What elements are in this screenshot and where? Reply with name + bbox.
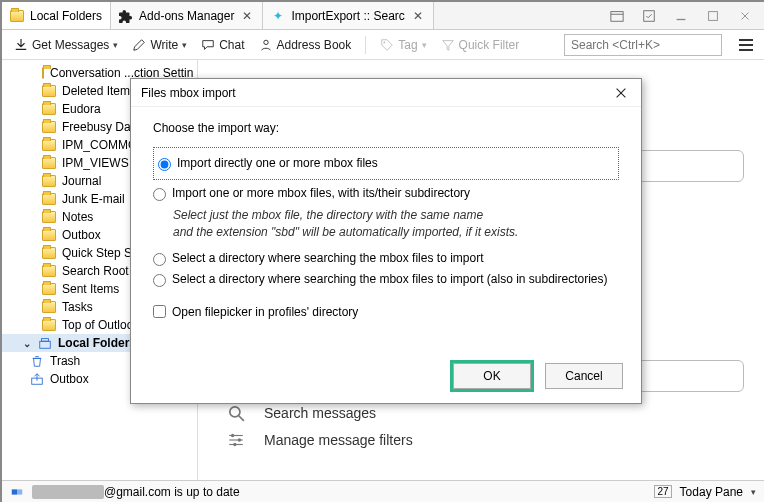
svg-rect-11	[40, 341, 51, 348]
puzzle-icon	[119, 9, 133, 23]
folder-label: Freebusy Data	[62, 120, 141, 134]
dialog-close-button[interactable]	[611, 83, 631, 103]
svg-rect-23	[17, 489, 22, 494]
radio-option-1[interactable]: Import directly one or more mbox files	[153, 147, 619, 180]
tab-label: Add-ons Manager	[139, 9, 234, 23]
folder-icon	[42, 103, 56, 115]
address-book-label: Address Book	[277, 38, 352, 52]
tab-importexport[interactable]: ✦ ImportExport :: Searc ✕	[263, 2, 433, 29]
svg-point-7	[263, 40, 267, 44]
folder-icon	[42, 139, 56, 151]
chat-icon	[201, 38, 215, 52]
folder-label: Notes	[62, 210, 93, 224]
dialog-title-text: Files mbox import	[141, 86, 611, 100]
window-controls	[602, 2, 764, 29]
local-folders-label: Local Folders	[58, 336, 136, 350]
status-text: xxxxxxxxxxxx@gmail.com is up to date	[32, 485, 240, 499]
folder-icon	[42, 85, 56, 97]
address-book-button[interactable]: Address Book	[255, 36, 356, 54]
minimize-icon[interactable]	[666, 6, 696, 26]
tasks-icon[interactable]	[634, 6, 664, 26]
quick-filter-button[interactable]: Quick Filter	[437, 36, 524, 54]
radio-option-2[interactable]: Import one or more mbox files, with its/…	[153, 186, 619, 201]
chat-label: Chat	[219, 38, 244, 52]
svg-rect-4	[709, 11, 718, 20]
tab-addons-manager[interactable]: Add-ons Manager ✕	[111, 2, 263, 29]
folder-label: IPM_VIEWS	[62, 156, 129, 170]
tag-button[interactable]: Tag ▾	[376, 36, 430, 54]
svg-line-15	[238, 415, 244, 421]
cancel-button[interactable]: Cancel	[545, 363, 623, 389]
radio-label: Select a directory where searching the m…	[172, 272, 608, 286]
folder-label: Journal	[62, 174, 101, 188]
folder-icon	[42, 229, 56, 241]
main-toolbar: Get Messages ▾ Write ▾ Chat Address Book…	[2, 30, 764, 60]
folder-label: Tasks	[62, 300, 93, 314]
svg-point-20	[238, 438, 241, 441]
manage-filters-row[interactable]: Manage message filters	[226, 430, 413, 450]
download-icon	[14, 38, 28, 52]
svg-point-8	[384, 41, 386, 43]
import-dialog: Files mbox import Choose the import way:…	[130, 78, 642, 404]
outbox-icon	[30, 372, 44, 386]
close-icon[interactable]: ✕	[240, 9, 254, 23]
profile-dir-checkbox[interactable]	[153, 305, 166, 318]
local-folders-icon	[38, 336, 52, 350]
window-close-icon[interactable]	[730, 6, 760, 26]
outbox-label: Outbox	[50, 372, 89, 386]
filter-icon	[441, 38, 455, 52]
star-icon: ✦	[271, 9, 285, 23]
folder-icon	[42, 121, 56, 133]
titlebar: Local Folders Add-ons Manager ✕ ✦ Import…	[2, 2, 764, 30]
collapse-icon[interactable]: ⌄	[22, 338, 32, 349]
radio-directory[interactable]	[153, 253, 166, 266]
write-button[interactable]: Write ▾	[128, 36, 191, 54]
app-menu-button[interactable]	[736, 39, 756, 51]
pencil-icon	[132, 38, 146, 52]
folder-label: Outbox	[62, 228, 101, 242]
radio-option-3[interactable]: Select a directory where searching the m…	[153, 251, 619, 266]
radio-label: Select a directory where searching the m…	[172, 251, 483, 265]
get-messages-button[interactable]: Get Messages ▾	[10, 36, 122, 54]
checkbox-label: Open filepicker in profiles' directory	[172, 305, 358, 319]
calendar-date-icon[interactable]: 27	[654, 485, 671, 498]
folder-label: Search Root	[62, 264, 129, 278]
activity-icon[interactable]	[10, 485, 24, 499]
radio-directory-recursive[interactable]	[153, 274, 166, 287]
folder-icon	[42, 175, 56, 187]
tab-local-folders[interactable]: Local Folders	[2, 2, 111, 29]
radio-subdir[interactable]	[153, 188, 166, 201]
manage-filters-label: Manage message filters	[264, 432, 413, 448]
quick-filter-label: Quick Filter	[459, 38, 520, 52]
search-box[interactable]	[564, 34, 722, 56]
folder-icon	[42, 247, 56, 259]
folder-label: Junk E-mail	[62, 192, 125, 206]
folder-icon	[42, 211, 56, 223]
chat-button[interactable]: Chat	[197, 36, 248, 54]
trash-icon	[30, 354, 44, 368]
folder-icon	[10, 9, 24, 23]
chevron-down-icon[interactable]: ▾	[751, 487, 756, 497]
chevron-down-icon: ▾	[113, 40, 118, 50]
maximize-icon[interactable]	[698, 6, 728, 26]
ok-button[interactable]: OK	[453, 363, 531, 389]
folder-label: Sent Items	[62, 282, 119, 296]
today-pane-button[interactable]: Today Pane	[680, 485, 743, 499]
search-input[interactable]	[571, 38, 721, 52]
profile-dir-checkbox-row[interactable]: Open filepicker in profiles' directory	[153, 305, 619, 319]
search-icon	[226, 403, 246, 423]
tag-icon	[380, 38, 394, 52]
radio-option-4[interactable]: Select a directory where searching the m…	[153, 272, 619, 287]
radio-direct[interactable]	[158, 158, 171, 171]
statusbar: xxxxxxxxxxxx@gmail.com is up to date 27 …	[2, 480, 764, 502]
svg-rect-2	[644, 10, 655, 21]
separator	[365, 36, 366, 54]
close-icon[interactable]: ✕	[411, 9, 425, 23]
calendar-icon[interactable]	[602, 6, 632, 26]
folder-icon	[42, 319, 56, 331]
get-messages-label: Get Messages	[32, 38, 109, 52]
trash-label: Trash	[50, 354, 80, 368]
search-messages-row[interactable]: Search messages	[226, 403, 376, 423]
folder-icon	[42, 157, 56, 169]
search-messages-label: Search messages	[264, 405, 376, 421]
